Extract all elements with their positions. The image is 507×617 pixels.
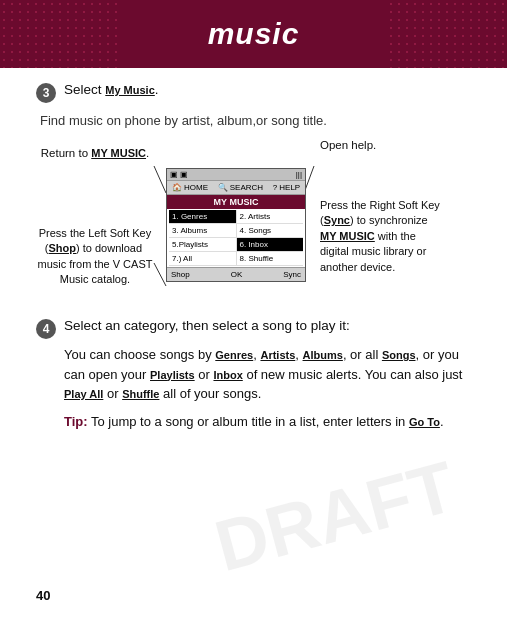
header-dots-left [0,0,120,68]
inbox-label: Inbox [213,369,242,381]
phone-bottom-bar: Shop OK Sync [167,267,305,281]
songs-label: Songs [382,349,416,361]
phone-cell-songs: 4. Songs [237,224,304,237]
my-music-right-label: MY MUSIC [320,230,375,242]
phone-cell-albums: 3. Albums [169,224,237,237]
step4-circle: 4 [36,319,56,339]
shop-key-label: Shop [49,242,77,254]
label-return-bold: MY MUSIC [91,147,146,159]
label-left-soft: Press the Left Soft Key (Shop) to downlo… [36,226,154,288]
phone-cell-genres: 1. Genres [169,210,237,223]
phone-cell-inbox: 6. Inbox [237,238,304,251]
step4-desc: You can choose songs by Genres, Artists,… [64,345,471,404]
label-return: Return to MY MUSIC. [36,146,154,161]
step3-text: Select My Music. [64,82,159,97]
tip-text: To jump to a song or album title in a li… [88,414,444,429]
tip-label: Tip: [64,414,88,429]
artists-label: Artists [260,349,295,361]
right-labels: Open help. Press the Right Soft Key (Syn… [312,138,471,308]
phone-cell-all: 7.) All [169,252,237,265]
step4-text: Select an category, then select a song t… [64,318,350,333]
step4-row: 4 Select an category, then select a song… [36,318,471,339]
phone-cell-artists: 2. Artists [237,210,304,223]
phone-nav-bar: 🏠 HOME 🔍 SEARCH ? HELP [167,181,305,195]
phone-btn-shop: Shop [171,270,190,279]
phone-btn-sync: Sync [283,270,301,279]
phone-menu-row-4: 7.) All 8. Shuffle [169,252,303,266]
header-title: music [208,17,300,51]
label-right-soft: Press the Right Soft Key (Sync) to synch… [320,198,440,275]
step3-circle: 3 [36,83,56,103]
genres-label: Genres [215,349,253,361]
play-all-label: Play All [64,388,103,400]
phone-signal: ||| [296,170,302,179]
phone-cell-playlists: 5.Playlists [169,238,237,251]
step3-bold: My Music [105,84,155,96]
phone-menu: 1. Genres 2. Artists 3. Albums 4. Songs … [167,209,305,267]
phone-menu-row-2: 3. Albums 4. Songs [169,224,303,238]
nav-help: ? HELP [273,183,301,192]
header-dots-right [387,0,507,68]
step3-suffix: . [155,82,159,97]
phone-screen: ▣ ▣ ||| 🏠 HOME 🔍 SEARCH ? HELP MY MUSIC … [166,168,306,282]
find-music-text: Find music on phone by artist, album,or … [36,113,471,128]
phone-menu-row-3: 5.Playlists 6. Inbox [169,238,303,252]
diagram-area: Return to MY MUSIC. Press the Left Soft … [36,138,471,308]
tip-box: Tip: To jump to a song or album title in… [64,412,471,432]
page-number: 40 [36,588,50,603]
main-content: 3 Select My Music. Find music on phone b… [0,68,507,445]
shuffle-label: Shuffle [122,388,159,400]
phone-status-icons: ▣ ▣ [170,170,188,179]
phone-menu-row-1: 1. Genres 2. Artists [169,210,303,224]
step4-area: 4 Select an category, then select a song… [36,318,471,431]
albums-label: Albums [303,349,343,361]
go-to-label: Go To [409,416,440,428]
step3-row: 3 Select My Music. [36,82,471,103]
playlists-label: Playlists [150,369,195,381]
phone-status-bar: ▣ ▣ ||| [167,169,305,181]
sync-key-label: Sync [324,214,350,226]
phone-title-bar: MY MUSIC [167,195,305,209]
left-labels: Return to MY MUSIC. Press the Left Soft … [36,138,164,308]
watermark: DRAFT [207,445,464,587]
phone-cell-shuffle: 8. Shuffle [237,252,304,265]
header-banner: music [0,0,507,68]
step3-prefix: Select [64,82,105,97]
nav-home: 🏠 HOME [172,183,208,192]
phone-btn-ok: OK [231,270,243,279]
label-open-help: Open help. [320,138,376,153]
nav-search: 🔍 SEARCH [218,183,264,192]
